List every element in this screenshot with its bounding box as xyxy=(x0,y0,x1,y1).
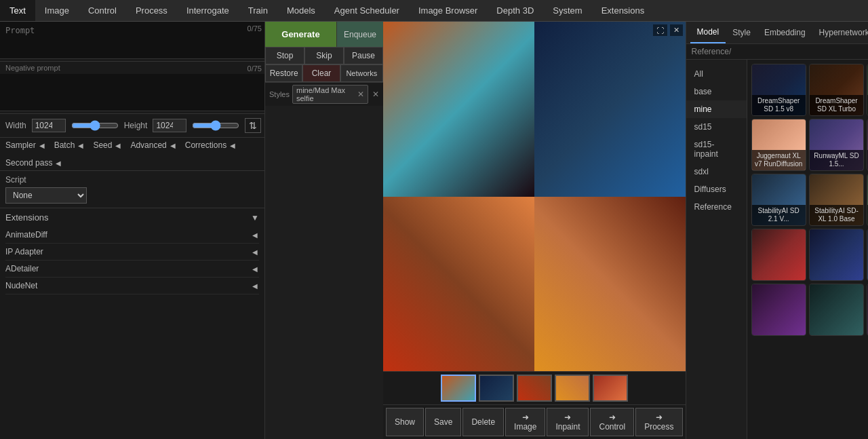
model-card[interactable]: StabilityAI SD-XL 1.0 Base xyxy=(809,174,864,226)
extension-arrow[interactable]: ◀ xyxy=(251,248,259,256)
thumbnail-5[interactable] xyxy=(593,375,628,402)
model-card[interactable] xyxy=(809,284,864,336)
model-tab-model[interactable]: Model xyxy=(690,22,726,43)
sampler-item-batch[interactable]: Batch ◀ xyxy=(54,140,85,150)
pause-button[interactable]: Pause xyxy=(344,47,383,64)
extension-arrow[interactable]: ◀ xyxy=(251,231,259,239)
nav-item-process[interactable]: Process xyxy=(126,0,177,21)
to-control-button[interactable]: ➜ Control xyxy=(590,408,634,436)
thumbnail-2[interactable] xyxy=(479,375,514,402)
to-inpaint-button[interactable]: ➜ Inpaint xyxy=(547,408,589,436)
model-tab-style[interactable]: Style xyxy=(726,22,757,43)
extension-arrow[interactable]: ◀ xyxy=(251,282,259,290)
sampler-arrow[interactable]: ◀ xyxy=(77,142,85,149)
script-section: Script None xyxy=(0,171,264,208)
negative-prompt-input[interactable] xyxy=(0,74,264,111)
thumbnail-1[interactable] xyxy=(441,375,476,402)
model-card[interactable]: Juggernaut XL v7 RunDiffusion xyxy=(751,119,806,171)
model-card[interactable] xyxy=(751,284,806,336)
image-fullscreen-button[interactable]: ⛶ xyxy=(653,24,667,36)
clear-button[interactable]: Clear xyxy=(302,64,340,82)
enqueue-button[interactable]: Enqueue xyxy=(336,22,383,47)
category-item-base[interactable]: base xyxy=(686,83,747,100)
nav-item-depth-3d[interactable]: Depth 3D xyxy=(487,0,543,21)
category-item-mine[interactable]: mine xyxy=(686,100,747,118)
skip-button[interactable]: Skip xyxy=(304,47,344,64)
nav-item-image-browser[interactable]: Image Browser xyxy=(409,0,487,21)
category-item-sd15[interactable]: sd15 xyxy=(686,118,747,136)
image-cell-top-right xyxy=(534,22,686,197)
thumbnail-3[interactable] xyxy=(517,375,552,402)
positive-prompt-input[interactable] xyxy=(0,22,264,59)
extensions-title: Extensions xyxy=(5,212,49,223)
nav-item-system[interactable]: System xyxy=(543,0,591,21)
height-input[interactable] xyxy=(153,119,186,132)
category-item-sdxl[interactable]: sdxl xyxy=(686,163,747,180)
to-image-button[interactable]: ➜ Image xyxy=(505,408,545,436)
model-tab-hypernetwork[interactable]: Hypernetwork xyxy=(812,22,868,43)
image-container: ⛶ ✕ xyxy=(383,22,686,371)
model-card[interactable]: StabilityAI SD 2.1 V... xyxy=(751,174,806,226)
delete-button[interactable]: Delete xyxy=(462,408,504,436)
style-chip-1-remove[interactable]: ✕ xyxy=(357,90,364,99)
nav-item-train[interactable]: Train xyxy=(239,0,277,21)
sampler-arrow[interactable]: ◀ xyxy=(38,142,46,149)
extensions-collapse-icon[interactable]: ▼ xyxy=(251,213,259,223)
model-card[interactable]: DreamShaper SD XL Turbo xyxy=(809,64,864,116)
model-tab-embedding[interactable]: Embedding xyxy=(757,22,812,43)
extension-arrow[interactable]: ◀ xyxy=(251,265,259,273)
show-button[interactable]: Show xyxy=(386,408,424,436)
model-card[interactable] xyxy=(751,229,806,281)
stop-row: Stop Skip Pause xyxy=(265,47,383,64)
category-item-diffusers[interactable]: Diffusers xyxy=(686,180,747,198)
style-chip-1: mine/Mad Max selfie ✕ xyxy=(292,85,368,104)
model-card-name: StabilityAI SD 2.1 V... xyxy=(752,205,806,225)
model-card[interactable] xyxy=(809,229,864,281)
generate-button[interactable]: Generate xyxy=(265,22,336,47)
save-button[interactable]: Save xyxy=(425,408,461,436)
extension-name: IP Adapter xyxy=(5,247,43,256)
sampler-arrow[interactable]: ◀ xyxy=(229,142,237,149)
nav-item-agent-scheduler[interactable]: Agent Scheduler xyxy=(325,0,409,21)
category-item-all[interactable]: All xyxy=(686,65,747,83)
sampler-item-second pass[interactable]: Second pass ◀ xyxy=(5,158,62,168)
image-cell-bottom-right xyxy=(534,197,686,372)
nav-item-image[interactable]: Image xyxy=(35,0,79,21)
category-item-sd15-inpaint[interactable]: sd15-inpaint xyxy=(686,136,747,163)
nav-item-interrogate[interactable]: Interrogate xyxy=(177,0,239,21)
restore-button[interactable]: Restore xyxy=(265,64,302,82)
sampler-item-corrections[interactable]: Corrections ◀ xyxy=(185,140,237,150)
category-item-reference[interactable]: Reference xyxy=(686,198,747,216)
height-slider[interactable] xyxy=(192,120,239,131)
sampler-item-sampler[interactable]: Sampler ◀ xyxy=(5,140,46,150)
swap-dimensions-button[interactable]: ⇅ xyxy=(245,118,261,133)
nav-item-text[interactable]: Text xyxy=(0,0,35,21)
nav-item-extensions[interactable]: Extensions xyxy=(592,0,654,21)
width-slider[interactable] xyxy=(71,120,119,131)
nav-item-models[interactable]: Models xyxy=(277,0,325,21)
networks-button[interactable]: Networks xyxy=(340,64,383,82)
sampler-arrow[interactable]: ◀ xyxy=(54,159,62,167)
sampler-arrow[interactable]: ◀ xyxy=(114,142,122,149)
sampler-item-advanced[interactable]: Advanced ◀ xyxy=(130,140,176,150)
model-card-name: DreamShaper SD XL Turbo xyxy=(810,95,863,115)
model-grid-area: DreamShaper SD 1.5 v8 DreamShaper SD XL … xyxy=(747,60,868,439)
nav-item-control[interactable]: Control xyxy=(79,0,126,21)
image-close-button[interactable]: ✕ xyxy=(670,24,683,36)
styles-close-button[interactable]: ✕ xyxy=(372,90,379,99)
sampler-arrow[interactable]: ◀ xyxy=(169,142,177,149)
width-input[interactable] xyxy=(32,119,66,132)
sampler-item-label: Second pass xyxy=(5,158,52,168)
thumbnail-4[interactable] xyxy=(555,375,590,402)
extension-item: ADetailer ◀ xyxy=(5,261,259,278)
stop-button[interactable]: Stop xyxy=(265,47,304,64)
sampler-item-seed[interactable]: Seed ◀ xyxy=(93,140,122,150)
model-card[interactable]: DreamShaper SD 1.5 v8 xyxy=(751,64,806,116)
height-label: Height xyxy=(124,121,148,130)
left-sidebar: 0/75 Negative prompt 0/75 Width Height ⇅… xyxy=(0,22,264,439)
negative-counter: 0/75 xyxy=(248,64,262,73)
sampler-item-label: Sampler xyxy=(5,140,36,150)
script-select[interactable]: None xyxy=(5,187,87,204)
to-process-button[interactable]: ➜ Process xyxy=(635,408,682,436)
model-card[interactable]: RunwayML SD 1.5... xyxy=(809,119,864,171)
